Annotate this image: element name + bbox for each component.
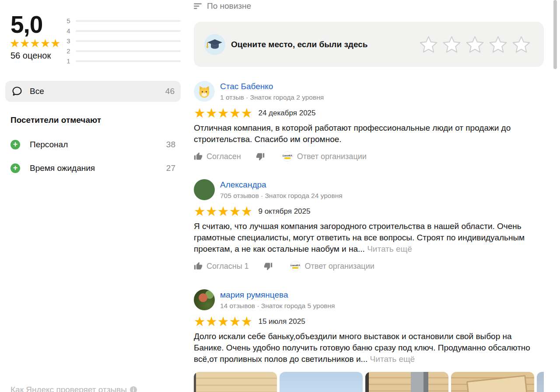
disagree-button[interactable] (256, 152, 265, 161)
filter-all-reviews[interactable]: Все 46 (5, 81, 181, 102)
org-reply-label: Ответ организации (297, 152, 367, 161)
reviewer-name-link[interactable]: мария румянцева (220, 290, 335, 300)
rate-place-banner: Оцените место, если были здесь (194, 22, 544, 67)
rate-star-3[interactable] (465, 35, 485, 54)
review-stars: ★★★★★ (194, 206, 252, 217)
histogram-row: 3 (66, 36, 181, 46)
info-icon (130, 386, 137, 392)
org-logo-text: БаниКА (282, 154, 292, 157)
review-rating-row: ★★★★★ 9 октября 2025 (194, 206, 544, 217)
review-photo-thumbnail[interactable] (280, 372, 363, 392)
review-header: Александра 705 отзывов · Знаток города 2… (194, 179, 544, 200)
chat-bubble-icon (11, 86, 23, 97)
review-card: мария румянцева 14 отзывов · Знаток горо… (194, 289, 544, 392)
org-reply-button[interactable]: БаниКА Ответ организации (282, 151, 367, 162)
filter-all-label: Все (30, 87, 44, 96)
review-stars: ★★★★★ (194, 108, 252, 119)
reviewer-identity: Александра 705 отзывов · Знаток города 2… (220, 179, 343, 200)
aspect-filter-personal[interactable]: + Персонал 38 (10, 133, 175, 156)
review-card: Стас Бабенко 1 отзыв · Знаток города 2 у… (194, 81, 544, 162)
reviewer-name-link[interactable]: Александра (220, 180, 343, 190)
thumb-up-icon (194, 152, 203, 161)
histogram-label: 5 (66, 17, 71, 24)
review-text: Отличная компания, в которой работают пр… (194, 122, 544, 145)
sort-dropdown[interactable]: По новизне (194, 1, 251, 11)
rating-histogram: 5 4 3 2 1 (66, 16, 181, 66)
org-reply-button[interactable]: БаниКА Ответ организации (290, 261, 374, 271)
reviewer-name-link[interactable]: Стас Бабенко (220, 82, 324, 91)
histogram-label: 4 (66, 27, 71, 35)
histogram-row: 4 (66, 26, 181, 36)
aspect-filters: + Персонал 38 + Время ожидания 27 (10, 133, 175, 180)
histogram-label: 2 (66, 47, 71, 55)
review-photo-thumbnail[interactable] (365, 372, 448, 392)
rate-star-4[interactable] (488, 35, 508, 54)
aspect-count: 27 (166, 163, 175, 173)
review-rating-row: ★★★★★ 24 декабря 2025 (194, 108, 544, 119)
review-header: мария румянцева 14 отзывов · Знаток горо… (194, 289, 544, 310)
histogram-track (76, 60, 181, 62)
aspect-count: 38 (166, 140, 175, 149)
review-header: Стас Бабенко 1 отзыв · Знаток города 2 у… (194, 81, 544, 102)
reviewer-meta: 14 отзывов · Знаток города 5 уровня (220, 302, 335, 310)
read-more-link[interactable]: Читать ещё (370, 354, 415, 364)
verify-link-label: Как Яндекс проверяет отзывы (10, 385, 127, 392)
agree-label: Согласен (206, 152, 241, 161)
thumb-up-icon (194, 262, 203, 271)
histogram-track (76, 50, 181, 52)
review-photo-strip (194, 372, 544, 392)
reviewer-identity: мария румянцева 14 отзывов · Знаток горо… (220, 289, 335, 310)
reviewer-avatar-photo[interactable] (194, 289, 215, 310)
aspect-label: Время ожидания (30, 163, 95, 173)
reviewer-avatar-photo[interactable] (194, 179, 215, 200)
how-yandex-verifies-link[interactable]: Как Яндекс проверяет отзывы (10, 385, 137, 392)
rate-banner-title: Оцените место, если были здесь (231, 40, 368, 49)
ratings-count: 56 оценок (10, 51, 51, 61)
histogram-row: 1 (66, 56, 181, 66)
rate-star-2[interactable] (441, 35, 462, 54)
graduation-cap-avatar (204, 34, 225, 55)
thumb-down-icon (264, 262, 273, 271)
review-stars: ★★★★★ (194, 316, 252, 327)
review-date: 9 октября 2025 (258, 207, 310, 216)
review-rating-row: ★★★★★ 15 июля 2025 (194, 316, 544, 327)
histogram-row: 5 (66, 16, 181, 26)
sort-icon (194, 3, 202, 10)
review-card: Александра 705 отзывов · Знаток города 2… (194, 179, 544, 271)
reviewer-meta: 705 отзывов · Знаток города 24 уровня (220, 192, 343, 200)
histogram-row: 2 (66, 46, 181, 56)
disagree-button[interactable] (264, 262, 273, 271)
rate-star-picker (418, 35, 532, 54)
reviews-sidebar: 5,0 ★★★★★ 56 оценок 5 4 3 2 1 Все (0, 0, 184, 392)
review-actions: Согласны 1 БаниКА Ответ организации (194, 261, 544, 271)
histogram-label: 3 (66, 37, 71, 45)
review-text-body: Долго искали себе баньку,объездили много… (194, 332, 530, 364)
org-logo-bar (284, 157, 290, 159)
org-logo-bar (292, 267, 298, 269)
read-more-link[interactable]: Читать ещё (367, 244, 412, 253)
aspect-filter-waiting-time[interactable]: + Время ожидания 27 (10, 156, 175, 180)
agree-label: Согласны 1 (206, 262, 249, 271)
rate-star-5[interactable] (511, 35, 532, 54)
histogram-label: 1 (66, 57, 71, 65)
agree-button[interactable]: Согласен (194, 152, 241, 161)
reviewer-avatar-cat[interactable] (194, 81, 215, 102)
filter-all-count: 46 (165, 87, 175, 96)
rate-star-1[interactable] (418, 35, 439, 54)
org-logo-text: БаниКА (290, 264, 300, 267)
review-actions: Согласен БаниКА Ответ организации (194, 151, 544, 162)
review-photo-thumbnail[interactable] (194, 372, 277, 392)
review-text: Я считаю, что лучшая компания загородног… (194, 221, 544, 255)
org-reply-label: Ответ организации (305, 262, 374, 271)
histogram-track (76, 40, 181, 42)
reviewer-meta: 1 отзыв · Знаток города 2 уровня (220, 94, 324, 101)
vertical-scrollbar-thumb[interactable] (553, 0, 557, 69)
thumb-down-icon (256, 152, 265, 161)
plus-icon: + (10, 140, 20, 149)
review-date: 24 декабря 2025 (258, 109, 315, 118)
reviews-feed: По новизне Оцените место, если были здес… (194, 0, 544, 392)
review-photo-thumbnail[interactable] (537, 372, 544, 392)
review-text-body: Я считаю, что лучшая компания загородног… (194, 222, 525, 253)
review-photo-thumbnail[interactable] (451, 372, 534, 392)
agree-button[interactable]: Согласны 1 (194, 262, 249, 271)
